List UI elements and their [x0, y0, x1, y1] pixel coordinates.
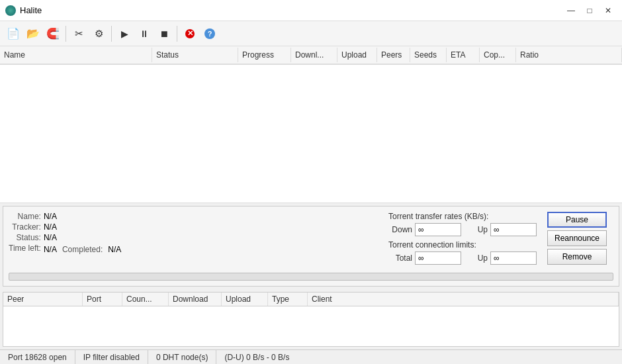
connection-limits-title: Torrent connection limits:	[388, 240, 537, 250]
minimize-button[interactable]: —	[562, 4, 580, 17]
completed-label: Completed:	[62, 245, 103, 254]
down-input[interactable]	[415, 223, 461, 236]
transfer-rates-section: Torrent transfer rates (KB/s): Down Up	[388, 212, 537, 236]
peers-col-type[interactable]: Type	[268, 293, 308, 306]
maximize-button[interactable]: □	[581, 4, 598, 17]
pause-all-button[interactable]: ⏸	[135, 24, 154, 43]
pause-button[interactable]: Pause	[547, 212, 607, 228]
up-label: Up	[464, 225, 488, 234]
peers-body	[3, 306, 619, 346]
details-top: Name: N/A Tracker: N/A Status: N/A Time …	[9, 212, 613, 269]
pause-all-icon: ⏸	[140, 28, 149, 39]
total-input[interactable]	[415, 251, 461, 265]
open-torrent-button[interactable]: 📄	[4, 24, 22, 43]
peers-col-download[interactable]: Download	[169, 293, 222, 306]
remove-torrent-button[interactable]: Remove	[547, 249, 607, 265]
completed-value: N/A	[108, 245, 121, 254]
stop-icon: ⏹	[159, 28, 169, 39]
transfer-settings: Torrent transfer rates (KB/s): Down Up T…	[388, 212, 537, 269]
open-folder-button[interactable]: 📂	[24, 24, 42, 43]
name-value: N/A	[44, 212, 382, 221]
peers-section: Peer Port Coun... Download Upload Type C…	[3, 292, 619, 347]
up2-label: Up	[464, 253, 488, 263]
torrent-list	[0, 65, 622, 203]
name-label: Name:	[9, 212, 41, 221]
toolbar-separator-3	[177, 26, 177, 42]
down-label: Down	[388, 225, 412, 234]
connection-row: Total Up	[388, 251, 537, 265]
col-header-copied[interactable]: Cop...	[480, 48, 516, 62]
settings-button[interactable]: ✂	[69, 24, 88, 43]
peers-col-client[interactable]: Client	[308, 293, 619, 306]
status-bar: Port 18628 open IP filter disabled 0 DHT…	[0, 349, 622, 364]
settings-icon: ✂	[75, 28, 83, 40]
resume-button[interactable]: ▶	[115, 24, 134, 43]
status-label: Status:	[9, 233, 41, 242]
timeleft-label: Time left:	[9, 244, 41, 254]
peers-col-port[interactable]: Port	[83, 293, 122, 306]
help-icon: ?	[204, 28, 215, 39]
peers-header: Peer Port Coun... Download Upload Type C…	[3, 293, 619, 306]
help-button[interactable]: ?	[200, 24, 219, 43]
timeleft-row: N/A Completed: N/A	[44, 245, 382, 254]
col-header-peers[interactable]: Peers	[377, 48, 410, 62]
magnet-icon: 🧲	[46, 27, 60, 40]
reannounce-button[interactable]: Reannounce	[547, 230, 607, 246]
stop-button[interactable]: ⏹	[155, 24, 173, 43]
col-header-name[interactable]: Name	[0, 48, 152, 62]
remove-icon: ✕	[185, 29, 195, 38]
toolbar-separator-1	[66, 26, 66, 42]
preferences-icon: ⚙	[95, 28, 103, 40]
title-bar: Halite — □ ✕	[0, 0, 622, 21]
up-input[interactable]	[490, 223, 537, 236]
col-header-status[interactable]: Status	[152, 48, 238, 62]
col-header-progress[interactable]: Progress	[238, 48, 291, 62]
status-value: N/A	[44, 233, 382, 242]
transfer-down-row: Down Up	[388, 223, 537, 236]
status-transfer: (D-U) 0 B/s - 0 B/s	[216, 350, 297, 364]
tracker-label: Tracker:	[9, 222, 41, 232]
toolbar-separator-2	[111, 26, 112, 42]
open-folder-icon: 📂	[26, 27, 40, 40]
col-header-ratio[interactable]: Ratio	[516, 48, 622, 62]
details-info: Name: N/A Tracker: N/A Status: N/A Time …	[9, 212, 382, 269]
remove-button[interactable]: ✕	[181, 24, 199, 43]
total-label: Total	[388, 253, 412, 263]
open-torrent-icon: 📄	[7, 27, 20, 40]
col-header-seeds[interactable]: Seeds	[410, 48, 447, 62]
status-port: Port 18628 open	[0, 350, 75, 364]
close-button[interactable]: ✕	[600, 4, 617, 17]
app-icon	[5, 5, 16, 16]
window-controls: — □ ✕	[562, 4, 617, 17]
column-headers: Name Status Progress Downl... Upload Pee…	[0, 46, 622, 65]
title-bar-left: Halite	[5, 5, 42, 16]
up2-input[interactable]	[490, 251, 537, 265]
peers-col-peer[interactable]: Peer	[3, 293, 83, 306]
progress-bar	[9, 273, 613, 281]
peers-col-upload[interactable]: Upload	[222, 293, 268, 306]
toolbar: 📄 📂 🧲 ✂ ⚙ ▶ ⏸ ⏹ ✕ ?	[0, 21, 622, 46]
preferences-button[interactable]: ⚙	[89, 24, 108, 43]
transfer-rates-title: Torrent transfer rates (KB/s):	[388, 212, 537, 221]
magnet-button[interactable]: 🧲	[44, 24, 62, 43]
col-header-download[interactable]: Downl...	[291, 48, 337, 62]
status-dht: 0 DHT node(s)	[148, 350, 216, 364]
tracker-value: N/A	[44, 222, 382, 232]
action-buttons: Pause Reannounce Remove	[547, 212, 607, 269]
connection-limits-section: Torrent connection limits: Total Up	[388, 240, 537, 265]
status-ip-filter: IP filter disabled	[75, 350, 148, 364]
details-transfer: Torrent transfer rates (KB/s): Down Up T…	[388, 212, 613, 269]
col-header-eta[interactable]: ETA	[447, 48, 480, 62]
peers-col-country[interactable]: Coun...	[122, 293, 169, 306]
col-header-upload[interactable]: Upload	[337, 48, 377, 62]
timeleft-value: N/A	[44, 245, 57, 254]
details-panel: Name: N/A Tracker: N/A Status: N/A Time …	[3, 206, 619, 287]
app-title: Halite	[20, 5, 42, 15]
resume-icon: ▶	[121, 28, 128, 39]
